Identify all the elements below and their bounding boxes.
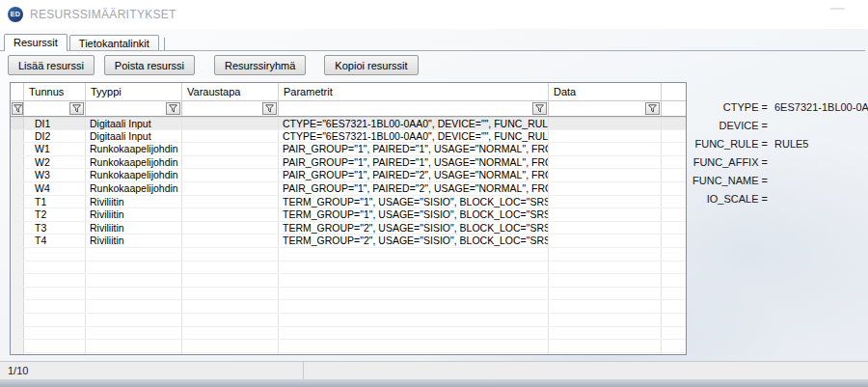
row-selector-cell (11, 130, 24, 143)
cell-tunnus: DI2 (24, 130, 86, 143)
kopioi-resurssit-button[interactable]: Kopioi resurssit (324, 55, 418, 75)
cell-empty (549, 262, 662, 274)
cell-parametrit: TERM_GROUP="2", USAGE="SISIO", BLOCK_LOC… (279, 235, 549, 247)
filter-cell-tunnus[interactable] (24, 101, 86, 116)
cell-tunnus: W1 (24, 143, 86, 155)
filter-cell-rowselector[interactable] (11, 101, 24, 116)
cell-empty (86, 288, 182, 300)
funnel-icon[interactable] (532, 102, 547, 115)
cell-filler (662, 143, 686, 155)
cell-tunnus: W3 (24, 169, 86, 181)
funnel-icon[interactable] (69, 102, 84, 115)
poista-resurssi-button[interactable]: Poista resurssi (104, 55, 195, 75)
row-selector-cell (11, 327, 24, 340)
cell-empty (86, 340, 182, 352)
filter-cell-parametrit[interactable] (279, 101, 549, 116)
filter-cell-tyyppi[interactable] (86, 101, 182, 116)
table-row-empty (11, 340, 686, 353)
funnel-icon[interactable] (262, 102, 277, 115)
resurssiryhm--button[interactable]: Resurssiryhmä (214, 55, 306, 75)
cell-data (549, 235, 662, 247)
cell-varaustapa (182, 169, 279, 181)
cell-tunnus: T1 (24, 196, 86, 208)
table-row-empty (11, 288, 686, 301)
cell-filler (662, 300, 686, 313)
cell-tunnus: T2 (24, 208, 86, 221)
header-cell-data[interactable]: Data (549, 83, 662, 100)
detail-row-device: DEVICE = (692, 117, 866, 135)
detail-label: IO_SCALE = (692, 190, 768, 208)
table-row[interactable]: T2RiviliitinTERM_GROUP="1", USAGE="SISIO… (11, 208, 686, 222)
cell-empty (549, 300, 662, 313)
cell-parametrit: TERM_GROUP="1", USAGE="SISIO", BLOCK_LOC… (279, 208, 549, 221)
window-title: RESURSSIMÄÄRITYKSET (30, 0, 176, 29)
cell-tyyppi: Riviliitin (86, 222, 182, 235)
row-selector-cell (11, 274, 24, 287)
detail-row-io_scale: IO_SCALE = (692, 190, 866, 208)
cell-filler (662, 196, 686, 208)
minimize-button[interactable] (830, 8, 845, 10)
table-row[interactable]: W2RunkokaapelijohdinPAIR_GROUP="1", PAIR… (11, 156, 686, 170)
cell-parametrit: PAIR_GROUP="1", PAIRED="1", USAGE="NORMA… (279, 143, 549, 155)
detail-label: FUNC_NAME = (692, 172, 768, 190)
filter-cell-varaustapa[interactable] (182, 101, 279, 116)
tab-resurssit[interactable]: Resurssit (4, 34, 68, 51)
cell-data (549, 222, 662, 235)
cell-filler (662, 340, 686, 352)
cell-filler (662, 262, 686, 274)
detail-row-ctype: CTYPE =6ES7321-1BL00-0AA0 (692, 98, 866, 117)
header-cell-parametrit[interactable]: Parametrit (279, 83, 549, 100)
funnel-icon[interactable] (12, 102, 23, 115)
cell-data (549, 156, 662, 169)
cell-varaustapa (182, 196, 279, 208)
cell-empty (182, 353, 279, 355)
cell-tyyppi: Digitaali Input (86, 130, 182, 143)
cell-tunnus: W2 (24, 156, 86, 169)
title-bar: ED RESURSSIMÄÄRITYKSET (0, 0, 868, 29)
cell-parametrit: PAIR_GROUP="1", PAIRED="2", USAGE="NORMA… (279, 169, 549, 181)
table-row-empty (11, 353, 686, 355)
cell-empty (549, 274, 662, 287)
cell-tunnus: W4 (24, 182, 86, 195)
table-row[interactable]: T1RiviliitinTERM_GROUP="1", USAGE="SISIO… (11, 196, 686, 209)
detail-row-func_affix: FUNC_AFFIX = (692, 153, 866, 172)
funnel-icon[interactable] (166, 102, 180, 115)
table-body: DI1Digitaali InputCTYPE="6ES7321-1BL00-0… (11, 117, 686, 355)
header-cell-varaustapa[interactable]: Varaustapa (182, 83, 279, 100)
toolbar: Lisää resurssiPoista resurssiResurssiryh… (8, 55, 419, 75)
cell-varaustapa (182, 156, 279, 169)
row-selector-cell (11, 248, 24, 261)
status-bar: 1/10 (0, 361, 868, 379)
lis-resurssi-button[interactable]: Lisää resurssi (8, 55, 95, 75)
cell-tyyppi: Runkokaapelijohdin (86, 169, 182, 181)
row-selector-cell (11, 340, 24, 352)
cell-filler (662, 288, 686, 300)
table-row[interactable]: DI2Digitaali InputCTYPE="6ES7321-1BL00-0… (11, 130, 686, 144)
table-row[interactable]: T4RiviliitinTERM_GROUP="2", USAGE="SISIO… (11, 235, 686, 248)
cell-data (549, 143, 662, 155)
header-cell-tunnus[interactable]: Tunnus (24, 83, 86, 100)
funnel-icon[interactable] (645, 102, 660, 115)
table-header-row: TunnusTyyppiVaraustapaParametritData (11, 83, 686, 100)
cell-filler (662, 169, 686, 181)
resource-table: TunnusTyyppiVaraustapaParametritData DI1… (10, 82, 687, 355)
table-row[interactable]: W4RunkokaapelijohdinPAIR_GROUP="1", PAIR… (11, 182, 686, 196)
cell-data (549, 208, 662, 221)
table-row[interactable]: W3RunkokaapelijohdinPAIR_GROUP="1", PAIR… (11, 169, 686, 182)
cell-tyyppi: Runkokaapelijohdin (86, 182, 182, 195)
table-row[interactable]: T3RiviliitinTERM_GROUP="2", USAGE="SISIO… (11, 222, 686, 235)
cell-empty (24, 327, 86, 340)
row-selector-cell (11, 262, 24, 274)
cell-filler (662, 327, 686, 340)
cell-tyyppi: Runkokaapelijohdin (86, 156, 182, 169)
row-selector-cell (11, 235, 24, 247)
tab-tietokantalinkit[interactable]: Tietokantalinkit (69, 35, 159, 51)
cell-empty (549, 340, 662, 352)
row-selector-cell (11, 208, 24, 221)
cell-empty (182, 300, 279, 313)
header-cell-filler (662, 83, 686, 100)
filter-cell-data[interactable] (549, 101, 662, 116)
header-cell-tyyppi[interactable]: Tyyppi (86, 83, 182, 100)
table-row[interactable]: DI1Digitaali InputCTYPE="6ES7321-1BL00-0… (11, 117, 686, 130)
table-row[interactable]: W1RunkokaapelijohdinPAIR_GROUP="1", PAIR… (11, 143, 686, 156)
